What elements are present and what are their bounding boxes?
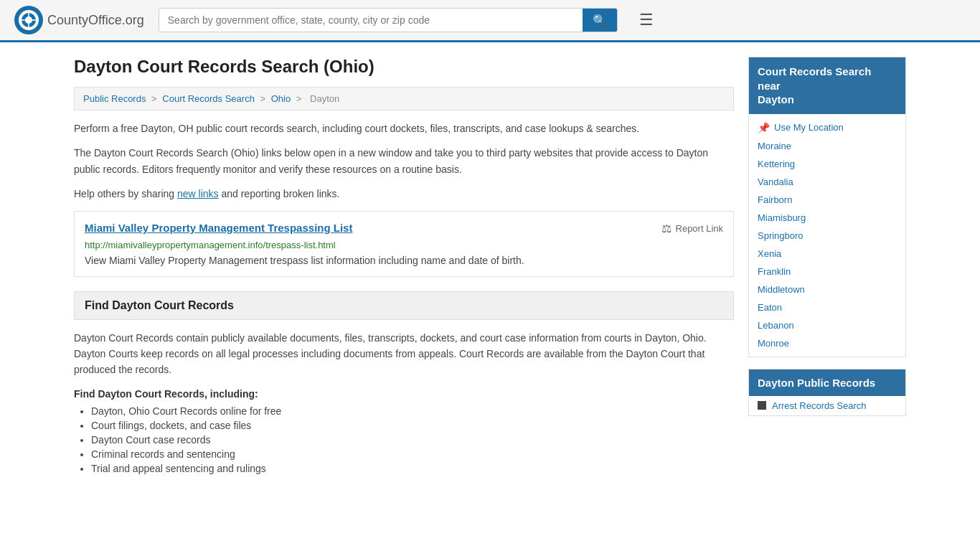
intro-paragraph-2: The Dayton Court Records Search (Ohio) l…: [74, 145, 734, 177]
search-icon: 🔍: [593, 14, 607, 27]
sidebar-nearby-link[interactable]: Franklin: [749, 263, 905, 281]
breadcrumb-court-records-search[interactable]: Court Records Search: [162, 93, 255, 104]
sidebar-nearby-link[interactable]: Fairborn: [749, 191, 905, 209]
intro-paragraph-3: Help others by sharing new links and rep…: [74, 186, 734, 202]
sidebar-section-public-records: Dayton Public Records Arrest Records Sea…: [748, 369, 906, 416]
sidebar-section-court: Court Records Search near Dayton 📌 Use M…: [748, 57, 906, 357]
breadcrumb-ohio[interactable]: Ohio: [271, 93, 291, 104]
logo-text: CountyOffice.org: [47, 13, 144, 28]
find-list-item: Dayton Court case records: [91, 434, 734, 446]
find-section-body: Dayton Court Records contain publicly av…: [74, 330, 734, 378]
find-list: Dayton, Ohio Court Records online for fr…: [74, 405, 734, 474]
page-title: Dayton Court Records Search (Ohio): [74, 57, 734, 77]
location-pin-icon: 📌: [758, 122, 770, 133]
sidebar-use-location[interactable]: 📌 Use My Location: [749, 118, 905, 137]
sidebar: Court Records Search near Dayton 📌 Use M…: [748, 57, 906, 477]
sidebar-nearby-link[interactable]: Miamisburg: [749, 209, 905, 227]
link-url[interactable]: http://miamivalleypropertymanagement.inf…: [85, 240, 723, 250]
search-input[interactable]: [159, 9, 583, 32]
sidebar-nearby-link[interactable]: Moraine: [749, 137, 905, 155]
link-card-title[interactable]: Miami Valley Property Management Trespas…: [85, 222, 352, 234]
search-bar: 🔍: [159, 8, 618, 32]
link-description: View Miami Valley Property Management tr…: [85, 255, 723, 266]
sidebar-public-record-item[interactable]: Arrest Records Search: [749, 396, 905, 415]
breadcrumb: Public Records > Court Records Search > …: [74, 87, 734, 110]
sidebar-nearby-link[interactable]: Monroe: [749, 334, 905, 352]
sidebar-links-court: 📌 Use My Location MoraineKetteringVandal…: [749, 114, 905, 357]
sidebar-nearby-link[interactable]: Xenia: [749, 245, 905, 263]
new-links-link[interactable]: new links: [177, 188, 219, 199]
sidebar-title-public-records: Dayton Public Records: [749, 369, 905, 396]
sidebar-title-court: Court Records Search near Dayton: [749, 57, 905, 114]
link-card-header: Miami Valley Property Management Trespas…: [85, 222, 723, 235]
find-subheading: Find Dayton Court Records, including:: [74, 388, 734, 400]
find-list-item: Court filings, dockets, and case files: [91, 420, 734, 431]
search-button[interactable]: 🔍: [583, 9, 617, 32]
find-list-item: Dayton, Ohio Court Records online for fr…: [91, 405, 734, 417]
header: CountyOffice.org 🔍 ☰: [0, 0, 980, 42]
sidebar-nearby-link[interactable]: Middletown: [749, 281, 905, 298]
breadcrumb-public-records[interactable]: Public Records: [83, 93, 146, 104]
logo-icon: [14, 6, 43, 34]
find-list-item: Criminal records and sentencing: [91, 448, 734, 460]
report-icon: ⚖: [661, 222, 672, 235]
content-wrapper: Dayton Court Records Search (Ohio) Publi…: [60, 42, 920, 491]
report-link-button[interactable]: ⚖ Report Link: [661, 222, 723, 235]
sidebar-nearby-link[interactable]: Lebanon: [749, 316, 905, 334]
sidebar-nearby-link[interactable]: Kettering: [749, 155, 905, 173]
link-card: Miami Valley Property Management Trespas…: [74, 211, 734, 277]
sidebar-nearby-link[interactable]: Vandalia: [749, 173, 905, 191]
find-list-item: Trial and appeal sentencing and rulings: [91, 463, 734, 474]
breadcrumb-dayton: Dayton: [310, 93, 339, 104]
logo-area[interactable]: CountyOffice.org: [14, 6, 144, 34]
find-section-header: Find Dayton Court Records: [74, 291, 734, 320]
use-my-location-link[interactable]: Use My Location: [774, 122, 844, 133]
sidebar-nearby-link[interactable]: Eaton: [749, 298, 905, 316]
sidebar-nearby-link[interactable]: Springboro: [749, 227, 905, 245]
menu-icon[interactable]: ☰: [639, 11, 654, 29]
intro-paragraph-1: Perform a free Dayton, OH public court r…: [74, 121, 734, 136]
dark-square-icon: [758, 401, 766, 410]
main-content: Dayton Court Records Search (Ohio) Publi…: [74, 57, 734, 477]
